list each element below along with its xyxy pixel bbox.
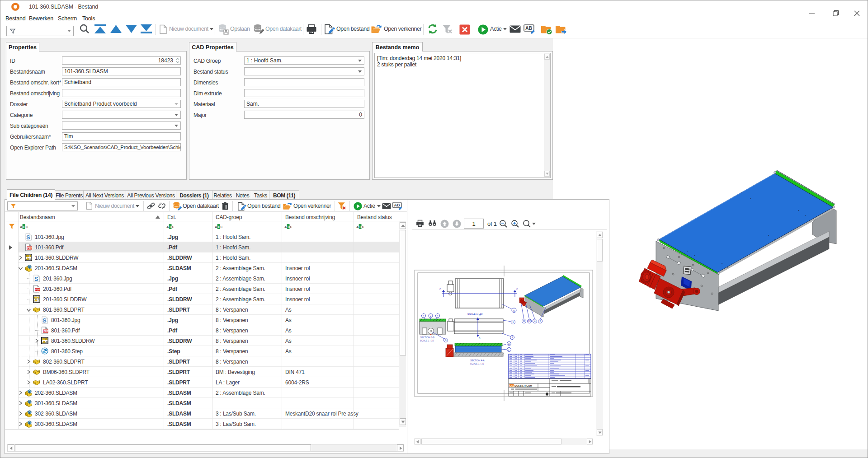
- svg-text:SCALE 1 : 10: SCALE 1 : 10: [420, 339, 434, 342]
- svg-text:10: 10: [508, 342, 511, 345]
- svg-text:6: 6: [445, 339, 447, 341]
- svg-text:S: S: [34, 276, 38, 282]
- svg-text:S: S: [42, 317, 47, 324]
- svg-text:11: 11: [523, 320, 525, 322]
- svg-text:C: C: [290, 225, 292, 229]
- svg-text:AB: AB: [525, 25, 533, 31]
- svg-text:2: 2: [540, 320, 541, 322]
- svg-text:SECTION B-B: SECTION B-B: [420, 336, 435, 339]
- svg-text:SECTION A-A: SECTION A-A: [470, 359, 485, 362]
- svg-text:A: A: [166, 225, 169, 229]
- svg-text:4: 4: [534, 320, 536, 322]
- svg-text:4: 4: [437, 314, 439, 317]
- svg-text:1: 1: [513, 321, 514, 323]
- svg-text:CAD: CAD: [509, 384, 514, 387]
- svg-text:AB: AB: [394, 203, 400, 207]
- svg-text:C: C: [25, 225, 28, 229]
- svg-text:5: 5: [513, 309, 514, 312]
- svg-text:A: A: [215, 225, 217, 229]
- svg-text:SCALE 1 : 10: SCALE 1 : 10: [470, 362, 484, 365]
- svg-text:DOSSIER.COM: DOSSIER.COM: [514, 384, 533, 387]
- svg-text:C: C: [362, 225, 364, 229]
- svg-text:2: 2: [430, 314, 431, 317]
- svg-text:PDF: PDF: [35, 288, 40, 291]
- svg-text:9: 9: [512, 336, 513, 339]
- svg-text:S: S: [26, 234, 30, 241]
- svg-text:C: C: [172, 225, 174, 229]
- svg-text:A: A: [20, 225, 23, 229]
- svg-text:C: C: [220, 225, 222, 229]
- svg-text:2: 2: [508, 348, 509, 351]
- svg-text:4: 4: [423, 314, 425, 317]
- svg-text:12: 12: [528, 320, 531, 322]
- svg-text:PDF: PDF: [27, 247, 32, 249]
- svg-text:A: A: [284, 225, 287, 229]
- svg-text:A: A: [356, 225, 359, 229]
- svg-text:PDF: PDF: [43, 330, 48, 332]
